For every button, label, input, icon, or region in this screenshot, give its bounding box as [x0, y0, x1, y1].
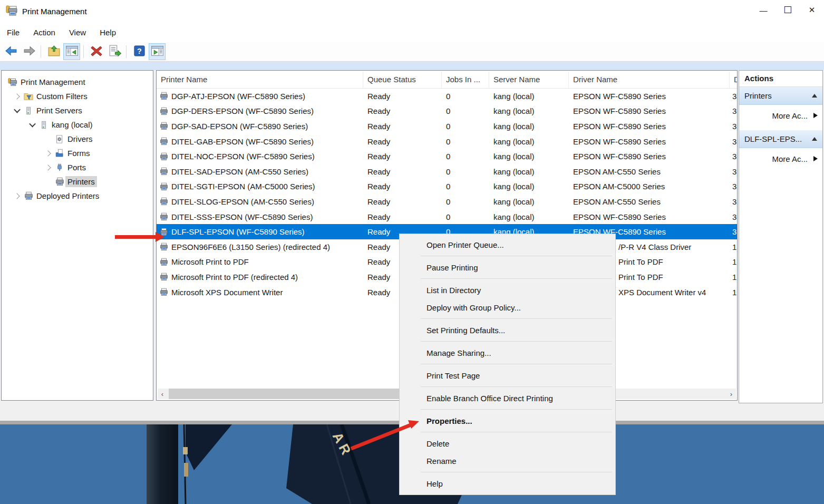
tree-item[interactable]: Printers: [2, 175, 153, 189]
context-menu-item[interactable]: Rename: [400, 452, 615, 470]
tree-item[interactable]: Custom Filters: [2, 89, 153, 103]
expand-chevron-icon[interactable]: [42, 166, 54, 170]
expand-chevron-icon[interactable]: [11, 194, 23, 198]
console-tree-pane: Print Management Custom Filters Print Se…: [1, 70, 153, 401]
column-header-queue-status[interactable]: Queue Status: [363, 72, 442, 88]
printer-row[interactable]: DGP-DERS-EPSON (WF-C5890 Series) Ready 0…: [157, 104, 737, 119]
custom-filters-icon: [23, 92, 34, 101]
export-list-button[interactable]: [106, 43, 123, 60]
menu-bar-item[interactable]: View: [62, 28, 93, 37]
printer-row[interactable]: DITEL-NOC-EPSON (WF-C5890 Series) Ready …: [157, 149, 737, 164]
menu-bar-item[interactable]: Help: [93, 28, 123, 37]
print-management-app-icon: [5, 5, 18, 17]
forms-icon: [54, 149, 65, 158]
context-menu-item[interactable]: Manage Sharing...: [400, 344, 615, 362]
printer-icon: [160, 92, 169, 100]
tree-item[interactable]: kang (local): [2, 118, 153, 132]
actions-pane: Actions Printers More Ac... DLF-: [739, 70, 823, 403]
menu-bar-item[interactable]: File: [0, 28, 26, 37]
ports-icon: [54, 163, 65, 171]
up-one-level-button[interactable]: [45, 43, 62, 60]
printer-row[interactable]: DITEL-GAB-EPSON (WF-C5890 Series) Ready …: [157, 134, 737, 149]
tree-item[interactable]: Drivers: [2, 132, 153, 146]
context-menu-item[interactable]: List in Directory: [400, 282, 615, 299]
printer-icon: [160, 273, 169, 281]
submenu-arrow-icon: [813, 113, 818, 118]
actions-section: Printers More Ac...: [739, 87, 822, 126]
up-folder-icon: [47, 44, 61, 59]
printer-icon: [160, 182, 169, 191]
context-menu-item[interactable]: Print Test Page: [400, 367, 615, 384]
context-menu-item[interactable]: Help: [400, 475, 615, 492]
tree-item[interactable]: Print Servers: [2, 103, 153, 118]
tree-item[interactable]: Deployed Printers: [2, 189, 153, 203]
context-menu-item[interactable]: Deploy with Group Policy...: [400, 299, 615, 316]
column-header-server-name[interactable]: Server Name: [489, 72, 569, 88]
column-header-jobs[interactable]: Jobs In ...: [442, 72, 489, 88]
show-action-pane-button[interactable]: [149, 43, 166, 60]
back-button[interactable]: [3, 43, 20, 60]
printer-icon: [160, 288, 169, 296]
console-tree-icon: [65, 44, 79, 59]
content-top-strip: [0, 62, 824, 70]
window-title: Print Management: [22, 7, 87, 16]
printer-row[interactable]: DITEL-SAD-EPSON (AM-C550 Series) Ready 0…: [157, 164, 737, 179]
context-menu-item[interactable]: Pause Printing: [400, 259, 615, 276]
minimize-button[interactable]: —: [751, 0, 775, 20]
server-icon: [38, 121, 50, 129]
more-actions-item[interactable]: More Ac...: [739, 105, 822, 126]
maximize-button[interactable]: ☐: [775, 0, 800, 20]
printer-icon: [160, 107, 169, 115]
expand-chevron-icon[interactable]: [11, 94, 23, 99]
printer-row[interactable]: DITEL-SGTI-EPSON (AM-C5000 Series) Ready…: [157, 179, 737, 195]
expand-chevron-icon[interactable]: [42, 151, 54, 156]
delete-button[interactable]: [88, 43, 105, 60]
actions-section-header[interactable]: DLF-SPL-EPS...: [739, 130, 822, 148]
scroll-right-button[interactable]: ›: [726, 389, 736, 399]
scroll-left-button[interactable]: ‹: [158, 389, 167, 399]
help-button[interactable]: ?: [131, 43, 148, 60]
tree-item[interactable]: Forms: [2, 146, 153, 160]
printer-icon: [160, 152, 169, 161]
context-menu-item[interactable]: Set Printing Defaults...: [400, 322, 615, 339]
printer-row[interactable]: DITEL-SSS-EPSON (WF-C5890 Series) Ready …: [157, 209, 737, 225]
tree-item[interactable]: Ports: [2, 160, 153, 175]
expand-chevron-icon[interactable]: [11, 108, 23, 113]
collapse-chevron-icon[interactable]: [812, 137, 817, 141]
printer-icon: [160, 122, 169, 130]
back-icon: [5, 44, 18, 59]
list-header: Printer Name Queue Status Jobs In ... Se…: [157, 72, 737, 89]
column-header-printer-name[interactable]: Printer Name: [157, 72, 363, 88]
printer-icon: [160, 243, 169, 251]
printer-row[interactable]: DITEL-SLOG-EPSON (AM-C550 Series) Ready …: [157, 194, 737, 209]
action-pane-icon: [151, 44, 164, 59]
flagpole: [147, 424, 178, 504]
column-header-driver-name[interactable]: Driver Name: [569, 72, 730, 88]
context-menu-item[interactable]: Enable Branch Office Direct Printing: [400, 390, 615, 407]
context-menu-item[interactable]: Open Printer Queue...: [400, 236, 615, 254]
more-actions-item[interactable]: More Ac...: [739, 148, 822, 169]
context-menu-item[interactable]: Properties...: [400, 412, 615, 430]
printer-context-menu: Open Printer Queue... Pause Printing Lis…: [399, 234, 616, 495]
printer-row[interactable]: DGP-SAD-EPSON (WF-C5890 Series) Ready 0 …: [157, 119, 737, 134]
printers-icon: [54, 177, 65, 186]
show-console-tree-button[interactable]: [63, 43, 80, 60]
printer-icon: [160, 197, 169, 206]
context-menu-item[interactable]: Delete: [400, 435, 615, 452]
close-button[interactable]: ✕: [800, 0, 824, 20]
printer-icon: [160, 137, 169, 146]
print-management-window: Print Management — ☐ ✕ FileActionViewHel…: [0, 0, 824, 504]
collapse-chevron-icon[interactable]: [812, 94, 817, 98]
actions-section-header[interactable]: Printers: [739, 87, 822, 105]
server-icon: [23, 106, 34, 115]
actions-section: DLF-SPL-EPS... More Ac...: [739, 130, 822, 169]
forward-button[interactable]: [21, 43, 37, 60]
delete-icon: [90, 45, 103, 59]
expand-chevron-icon[interactable]: [26, 122, 38, 127]
deployed-printers-icon: [23, 191, 34, 200]
menu-bar-item[interactable]: Action: [26, 28, 62, 37]
tree-item[interactable]: Print Management: [2, 75, 153, 89]
column-header-overflow[interactable]: D: [730, 72, 737, 88]
actions-pane-title: Actions: [739, 71, 822, 87]
printer-row[interactable]: DGP-ATJ-EPSON (WF-C5890 Series) Ready 0 …: [157, 89, 737, 104]
